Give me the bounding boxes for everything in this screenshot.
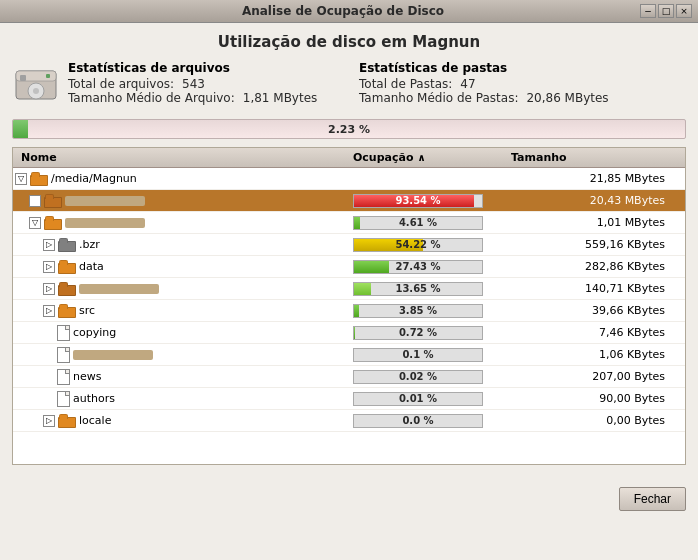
file-icon bbox=[57, 391, 70, 407]
file-icon bbox=[57, 369, 70, 385]
cell-name-row6: ▷ src bbox=[13, 304, 353, 318]
folders-count-value: 47 bbox=[460, 77, 475, 91]
table-header: Nome Ocupação ∧ Tamanho bbox=[13, 148, 685, 168]
cell-tamanho-row3: 559,16 KBytes bbox=[503, 238, 685, 251]
table-row[interactable]: news0.02 %207,00 Bytes bbox=[13, 366, 685, 388]
cell-name-row7: copying bbox=[13, 325, 353, 341]
folders-stats-content: Estatísticas de pastas Total de Pastas: … bbox=[359, 61, 686, 105]
folders-size-row: Tamanho Médio de Pastas: 20,86 MBytes bbox=[359, 91, 686, 105]
stats-section: Estatísticas de arquivos Total de arquiv… bbox=[12, 61, 686, 109]
cell-ocupacao-row6: 3.85 % bbox=[353, 304, 503, 318]
folders-size-label: Tamanho Médio de Pastas: bbox=[359, 91, 518, 105]
row-name-text: locale bbox=[79, 414, 111, 427]
toggle-button-row5[interactable]: ▷ bbox=[43, 283, 55, 295]
cell-tamanho-row2: 1,01 MBytes bbox=[503, 216, 685, 229]
cell-tamanho-row10: 90,00 Bytes bbox=[503, 392, 685, 405]
toggle-button-row3[interactable]: ▷ bbox=[43, 239, 55, 251]
bar-label: 27.43 % bbox=[354, 261, 482, 273]
disk-icon bbox=[12, 61, 60, 109]
row-name-text: copying bbox=[73, 326, 116, 339]
row-name-text: data bbox=[79, 260, 104, 273]
file-icon bbox=[57, 325, 70, 341]
row-name-text: .bzr bbox=[79, 238, 100, 251]
usage-bar: 0.0 % bbox=[353, 414, 483, 428]
toggle-button-root[interactable]: ▽ bbox=[15, 173, 27, 185]
cell-tamanho-root: 21,85 MBytes bbox=[503, 172, 685, 185]
col-header-name[interactable]: Nome bbox=[13, 151, 353, 164]
usage-bar: 93.54 % bbox=[353, 194, 483, 208]
toggle-button-row1[interactable]: ▷ bbox=[29, 195, 41, 207]
table-row[interactable]: authors0.01 %90,00 Bytes bbox=[13, 388, 685, 410]
col-header-ocupacao[interactable]: Ocupação ∧ bbox=[353, 151, 503, 164]
folders-stats-title: Estatísticas de pastas bbox=[359, 61, 686, 75]
col-header-tamanho[interactable]: Tamanho bbox=[503, 151, 685, 164]
files-stats-group: Estatísticas de arquivos Total de arquiv… bbox=[12, 61, 339, 109]
folder-icon bbox=[44, 216, 62, 230]
toggle-button-row2[interactable]: ▽ bbox=[29, 217, 41, 229]
bar-label: 0.1 % bbox=[354, 349, 482, 361]
usage-bar: 3.85 % bbox=[353, 304, 483, 318]
cell-name-row4: ▷ data bbox=[13, 260, 353, 274]
close-dialog-button[interactable]: Fechar bbox=[619, 487, 686, 511]
files-stats-content: Estatísticas de arquivos Total de arquiv… bbox=[68, 61, 339, 105]
files-count-value: 543 bbox=[182, 77, 205, 91]
maximize-button[interactable]: □ bbox=[658, 4, 674, 18]
toggle-button-row4[interactable]: ▷ bbox=[43, 261, 55, 273]
table-row[interactable]: ▷ data27.43 %282,86 KBytes bbox=[13, 256, 685, 278]
cell-ocupacao-row5: 13.65 % bbox=[353, 282, 503, 296]
sort-arrow-icon: ∧ bbox=[418, 152, 426, 163]
cell-tamanho-row7: 7,46 KBytes bbox=[503, 326, 685, 339]
cell-name-row3: ▷ .bzr bbox=[13, 238, 353, 252]
folder-icon bbox=[58, 304, 76, 318]
toggle-button-row6[interactable]: ▷ bbox=[43, 305, 55, 317]
cell-ocupacao-row10: 0.01 % bbox=[353, 392, 503, 406]
cell-tamanho-row5: 140,71 KBytes bbox=[503, 282, 685, 295]
usage-bar: 0.72 % bbox=[353, 326, 483, 340]
cell-name-root: ▽ /media/Magnun bbox=[13, 172, 353, 186]
folder-icon bbox=[58, 238, 76, 252]
table-row[interactable]: copying0.72 %7,46 KBytes bbox=[13, 322, 685, 344]
disk-usage-progress: 2.23 % bbox=[12, 119, 686, 139]
table-body: ▽ /media/Magnun21,85 MBytes▷ 93.54 %20,4… bbox=[13, 168, 685, 464]
file-icon bbox=[57, 347, 70, 363]
cell-tamanho-row1: 20,43 MBytes bbox=[503, 194, 685, 207]
cell-ocupacao-row8: 0.1 % bbox=[353, 348, 503, 362]
cell-ocupacao-row11: 0.0 % bbox=[353, 414, 503, 428]
table-row[interactable]: ▷ .bzr54.22 %559,16 KBytes bbox=[13, 234, 685, 256]
toggle-button-row11[interactable]: ▷ bbox=[43, 415, 55, 427]
cell-tamanho-row8: 1,06 KBytes bbox=[503, 348, 685, 361]
files-stats-title: Estatísticas de arquivos bbox=[68, 61, 339, 75]
table-row[interactable]: ▽ /media/Magnun21,85 MBytes bbox=[13, 168, 685, 190]
table-row[interactable]: ▷ locale0.0 %0,00 Bytes bbox=[13, 410, 685, 432]
bar-label: 0.0 % bbox=[354, 415, 482, 427]
cell-name-row2: ▽ bbox=[13, 216, 353, 230]
table-row[interactable]: ▽ 4.61 %1,01 MBytes bbox=[13, 212, 685, 234]
usage-bar: 54.22 % bbox=[353, 238, 483, 252]
bar-label: 3.85 % bbox=[354, 305, 482, 317]
main-container: Utilização de disco em Magnun Estatístic… bbox=[0, 23, 698, 475]
bar-label: 13.65 % bbox=[354, 283, 482, 295]
usage-bar: 0.1 % bbox=[353, 348, 483, 362]
bar-label: 0.72 % bbox=[354, 327, 482, 339]
minimize-button[interactable]: − bbox=[640, 4, 656, 18]
table-row[interactable]: ▷ 93.54 %20,43 MBytes bbox=[13, 190, 685, 212]
folder-icon bbox=[58, 282, 76, 296]
usage-bar: 0.01 % bbox=[353, 392, 483, 406]
files-size-label: Tamanho Médio de Arquivo: bbox=[68, 91, 235, 105]
row-name-text bbox=[65, 218, 145, 228]
table-row[interactable]: 0.1 %1,06 KBytes bbox=[13, 344, 685, 366]
table-row[interactable]: ▷ 13.65 %140,71 KBytes bbox=[13, 278, 685, 300]
files-size-value: 1,81 MBytes bbox=[243, 91, 318, 105]
table-row[interactable]: ▷ src3.85 %39,66 KBytes bbox=[13, 300, 685, 322]
row-name-text bbox=[65, 196, 145, 206]
close-button[interactable]: × bbox=[676, 4, 692, 18]
bar-label: 4.61 % bbox=[354, 217, 482, 229]
cell-tamanho-row4: 282,86 KBytes bbox=[503, 260, 685, 273]
svg-rect-5 bbox=[46, 74, 50, 78]
cell-tamanho-row6: 39,66 KBytes bbox=[503, 304, 685, 317]
usage-bar: 4.61 % bbox=[353, 216, 483, 230]
folder-icon bbox=[58, 414, 76, 428]
page-title: Utilização de disco em Magnun bbox=[12, 33, 686, 51]
folder-icon bbox=[58, 260, 76, 274]
folders-count-label: Total de Pastas: bbox=[359, 77, 452, 91]
